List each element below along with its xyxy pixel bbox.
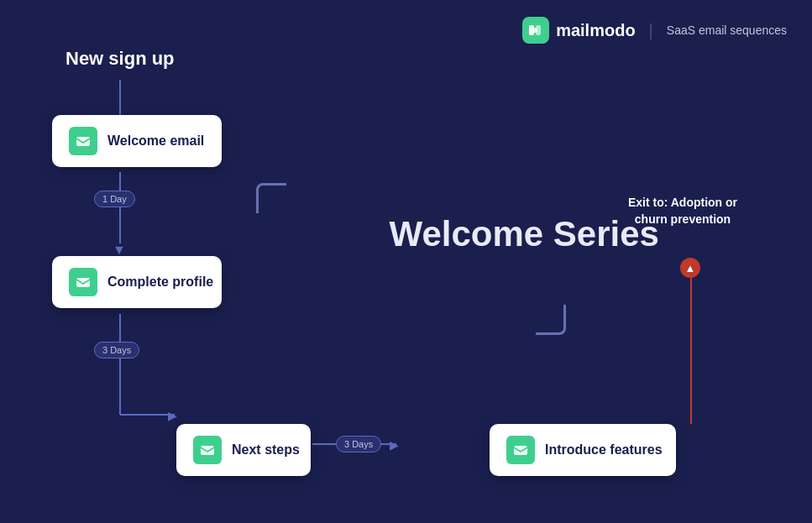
svg-rect-4: [76, 278, 90, 287]
logo-icon: [522, 17, 549, 44]
badge-3-days-mid: 3 Days: [336, 436, 381, 452]
header: mailmodo | SaaS email sequences: [497, 0, 812, 60]
exit-connector-line: [690, 264, 692, 424]
email-card-icon: [69, 127, 97, 155]
email-card-icon-2: [69, 268, 97, 296]
svg-rect-5: [201, 446, 214, 455]
next-steps-card[interactable]: Next steps: [176, 424, 311, 476]
connector-line-h1: [120, 414, 175, 416]
introduce-features-label: Introduce features: [545, 442, 663, 458]
badge-3-days-left: 3 Days: [94, 342, 139, 358]
up-arrow-icon: ▲: [680, 258, 700, 278]
introduce-features-card[interactable]: Introduce features: [490, 424, 676, 476]
svg-rect-6: [514, 446, 527, 455]
welcome-email-label: Welcome email: [107, 133, 204, 149]
mailmodo-logo: mailmodo: [522, 17, 635, 44]
complete-profile-card[interactable]: Complete profile: [52, 256, 222, 308]
email-card-icon-4: [506, 436, 535, 464]
complete-profile-label: Complete profile: [107, 275, 213, 290]
next-steps-label: Next steps: [232, 442, 300, 458]
svg-rect-2: [532, 28, 537, 33]
bracket-decoration-1: [256, 183, 286, 213]
email-card-icon-3: [193, 436, 222, 464]
connector-line-1: [119, 80, 121, 115]
arrow-right-icon-1: ▶: [168, 409, 177, 422]
logo-text: mailmodo: [556, 21, 635, 40]
bracket-decoration-2: [536, 305, 566, 335]
header-divider: |: [649, 21, 653, 40]
svg-rect-3: [76, 137, 90, 146]
badge-1-day: 1 Day: [94, 191, 135, 207]
welcome-email-card[interactable]: Welcome email: [52, 115, 222, 167]
exit-label: Exit to: Adoption or churn prevention: [616, 195, 750, 228]
header-subtitle: SaaS email sequences: [667, 24, 787, 37]
arrow-right-icon-2: ▶: [390, 438, 399, 452]
connector-line-2: [119, 172, 121, 243]
trigger-label: New sign up: [65, 48, 175, 70]
connector-line-3: [119, 314, 121, 415]
